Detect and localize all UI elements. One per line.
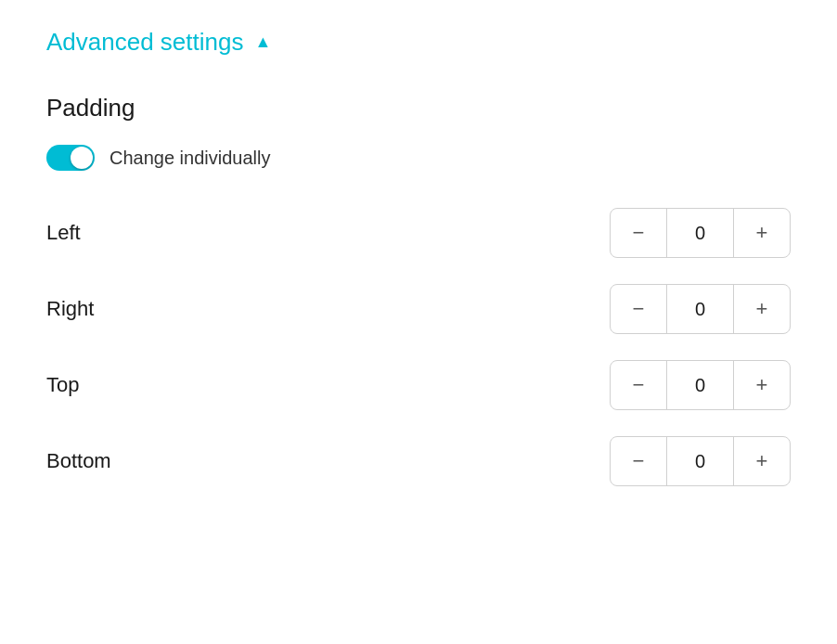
right-padding-row: Right − 0 +	[46, 284, 791, 334]
advanced-settings-toggle[interactable]: Advanced settings ▲	[46, 28, 791, 57]
right-decrement-button[interactable]: −	[611, 285, 666, 333]
bottom-increment-button[interactable]: +	[734, 437, 790, 485]
top-decrement-button[interactable]: −	[611, 361, 666, 409]
advanced-settings-label: Advanced settings	[46, 28, 243, 57]
left-padding-row: Left − 0 +	[46, 208, 791, 258]
bottom-stepper: − 0 +	[610, 436, 791, 486]
left-value: 0	[666, 209, 734, 257]
padding-section-title: Padding	[46, 94, 791, 122]
change-individually-row: Change individually	[46, 145, 791, 171]
bottom-padding-row: Bottom − 0 +	[46, 436, 791, 486]
right-increment-button[interactable]: +	[734, 285, 790, 333]
left-decrement-button[interactable]: −	[611, 209, 666, 257]
toggle-knob	[71, 147, 93, 169]
left-increment-button[interactable]: +	[734, 209, 790, 257]
chevron-up-icon: ▲	[254, 32, 271, 52]
left-label: Left	[46, 221, 81, 245]
bottom-label: Bottom	[46, 449, 111, 473]
change-individually-toggle[interactable]	[46, 145, 95, 171]
left-stepper: − 0 +	[610, 208, 791, 258]
padding-section: Padding Change individually Left − 0 + R…	[46, 94, 791, 486]
right-value: 0	[666, 285, 734, 333]
top-value: 0	[666, 361, 734, 409]
right-stepper: − 0 +	[610, 284, 791, 334]
right-label: Right	[46, 297, 94, 321]
top-stepper: − 0 +	[610, 360, 791, 410]
top-label: Top	[46, 373, 79, 397]
top-padding-row: Top − 0 +	[46, 360, 791, 410]
change-individually-label: Change individually	[109, 148, 270, 169]
top-increment-button[interactable]: +	[734, 361, 790, 409]
bottom-decrement-button[interactable]: −	[611, 437, 666, 485]
bottom-value: 0	[666, 437, 734, 485]
